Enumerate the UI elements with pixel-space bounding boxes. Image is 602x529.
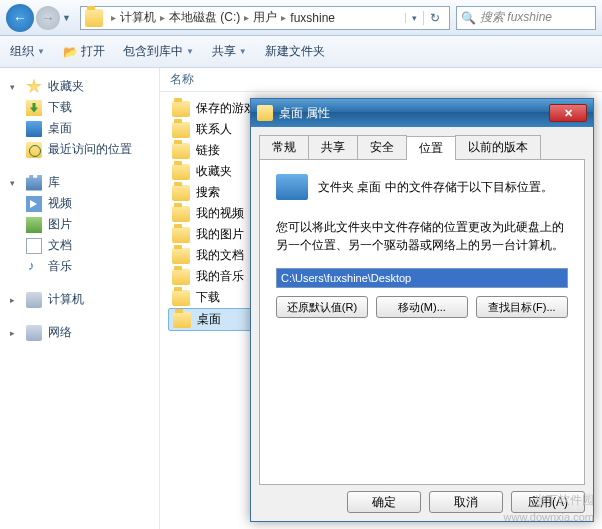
dialog-titlebar[interactable]: 桌面 属性 ✕ — [251, 99, 593, 127]
sidebar-item-desktop[interactable]: 桌面 — [4, 118, 155, 139]
recent-icon — [26, 142, 42, 158]
dialog-tabs: 常规 共享 安全 位置 以前的版本 — [259, 135, 585, 160]
breadcrumb-seg[interactable]: 计算机 — [120, 9, 156, 26]
folder-icon — [173, 312, 191, 328]
network-icon — [26, 325, 42, 341]
arrow-left-icon: ← — [13, 10, 27, 26]
find-target-button[interactable]: 查找目标(F)... — [476, 296, 568, 318]
address-bar[interactable]: ▸ 计算机 ▸ 本地磁盘 (C:) ▸ 用户 ▸ fuxshine ▾ ↻ — [80, 6, 450, 30]
sidebar-item-documents[interactable]: 文档 — [4, 235, 155, 256]
properties-dialog: 桌面 属性 ✕ 常规 共享 安全 位置 以前的版本 文件夹 桌面 中的文件存储于… — [250, 98, 594, 522]
tab-location[interactable]: 位置 — [406, 136, 456, 160]
sidebar-favorites-header[interactable]: ▾收藏夹 — [4, 76, 155, 97]
search-icon: 🔍 — [461, 11, 476, 25]
nav-forward-button[interactable]: → — [36, 6, 60, 30]
explorer-toolbar: 组织▼ 📂打开 包含到库中▼ 共享▼ 新建文件夹 — [0, 36, 602, 68]
tab-previous[interactable]: 以前的版本 — [455, 135, 541, 159]
arrow-right-icon: → — [41, 10, 55, 26]
folder-icon — [172, 101, 190, 117]
nav-back-button[interactable]: ← — [6, 4, 34, 32]
folder-icon — [172, 269, 190, 285]
ok-button[interactable]: 确定 — [347, 491, 421, 513]
tab-general[interactable]: 常规 — [259, 135, 309, 159]
sidebar-item-recent[interactable]: 最近访问的位置 — [4, 139, 155, 160]
folder-icon — [172, 122, 190, 138]
sidebar-libraries-header[interactable]: ▾库 — [4, 172, 155, 193]
chevron-down-icon: ▼ — [186, 47, 194, 56]
toolbar-open[interactable]: 📂打开 — [63, 43, 105, 60]
nav-history-dropdown[interactable]: ▼ — [62, 13, 74, 23]
caret-icon: ▸ — [10, 328, 20, 338]
folder-icon — [172, 248, 190, 264]
apply-button[interactable]: 应用(A) — [511, 491, 585, 513]
folder-icon — [172, 206, 190, 222]
folder-icon — [85, 9, 103, 27]
cancel-button[interactable]: 取消 — [429, 491, 503, 513]
search-placeholder: 搜索 fuxshine — [480, 9, 552, 26]
dialog-title-text: 桌面 属性 — [279, 105, 330, 122]
chevron-down-icon: ▼ — [239, 47, 247, 56]
close-button[interactable]: ✕ — [549, 104, 587, 122]
computer-icon — [26, 292, 42, 308]
move-button[interactable]: 移动(M)... — [376, 296, 468, 318]
explorer-navbar: ← → ▼ ▸ 计算机 ▸ 本地磁盘 (C:) ▸ 用户 ▸ fuxshine … — [0, 0, 602, 36]
location-topline: 文件夹 桌面 中的文件存储于以下目标位置。 — [318, 179, 553, 196]
monitor-icon — [276, 174, 308, 200]
toolbar-include[interactable]: 包含到库中▼ — [123, 43, 194, 60]
breadcrumb-sep-icon: ▸ — [160, 12, 165, 23]
nav-sidebar: ▾收藏夹 下载 桌面 最近访问的位置 ▾库 视频 图片 文档 音乐 ▸计算机 ▸… — [0, 68, 160, 529]
music-icon — [26, 259, 42, 275]
sidebar-item-pictures[interactable]: 图片 — [4, 214, 155, 235]
caret-icon: ▾ — [10, 178, 20, 188]
sidebar-computer[interactable]: ▸计算机 — [4, 289, 155, 310]
folder-icon — [172, 290, 190, 306]
caret-icon: ▾ — [10, 82, 20, 92]
open-icon: 📂 — [63, 45, 78, 59]
breadcrumb-sep-icon: ▸ — [111, 12, 116, 23]
sidebar-item-music[interactable]: 音乐 — [4, 256, 155, 277]
sidebar-item-videos[interactable]: 视频 — [4, 193, 155, 214]
desktop-icon — [26, 121, 42, 137]
breadcrumb-seg[interactable]: 用户 — [253, 9, 277, 26]
star-icon — [26, 79, 42, 95]
restore-default-button[interactable]: 还原默认值(R) — [276, 296, 368, 318]
tab-security[interactable]: 安全 — [357, 135, 407, 159]
breadcrumb-sep-icon: ▸ — [244, 12, 249, 23]
folder-icon — [172, 164, 190, 180]
video-icon — [26, 196, 42, 212]
caret-icon: ▸ — [10, 295, 20, 305]
tab-location-panel: 文件夹 桌面 中的文件存储于以下目标位置。 您可以将此文件夹中文件存储的位置更改… — [259, 160, 585, 485]
refresh-icon[interactable]: ↻ — [423, 11, 445, 25]
document-icon — [26, 238, 42, 254]
tab-sharing[interactable]: 共享 — [308, 135, 358, 159]
chevron-down-icon: ▼ — [37, 47, 45, 56]
breadcrumb-seg[interactable]: fuxshine — [290, 11, 335, 25]
search-box[interactable]: 🔍 搜索 fuxshine — [456, 6, 596, 30]
breadcrumb-seg[interactable]: 本地磁盘 (C:) — [169, 9, 240, 26]
folder-icon — [172, 185, 190, 201]
folder-icon — [257, 105, 273, 121]
sidebar-item-downloads[interactable]: 下载 — [4, 97, 155, 118]
download-icon — [26, 100, 42, 116]
folder-icon — [172, 227, 190, 243]
location-path-input[interactable] — [276, 268, 568, 288]
column-header-name[interactable]: 名称 — [160, 68, 602, 92]
toolbar-newfolder[interactable]: 新建文件夹 — [265, 43, 325, 60]
dialog-footer: 确定 取消 应用(A) — [259, 485, 585, 513]
toolbar-share[interactable]: 共享▼ — [212, 43, 247, 60]
close-icon: ✕ — [564, 107, 573, 120]
picture-icon — [26, 217, 42, 233]
folder-icon — [172, 143, 190, 159]
location-message: 您可以将此文件夹中文件存储的位置更改为此硬盘上的另一个位置、另一个驱动器或网络上… — [276, 218, 568, 254]
library-icon — [26, 175, 42, 191]
toolbar-organize[interactable]: 组织▼ — [10, 43, 45, 60]
address-dropdown[interactable]: ▾ — [405, 13, 423, 23]
sidebar-network[interactable]: ▸网络 — [4, 322, 155, 343]
breadcrumb-sep-icon: ▸ — [281, 12, 286, 23]
